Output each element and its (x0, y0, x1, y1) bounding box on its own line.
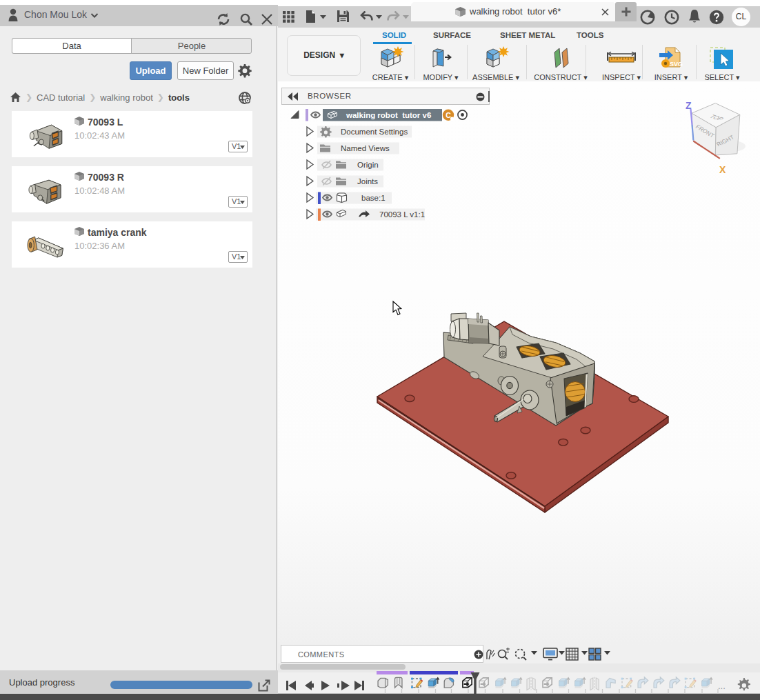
svg-text:Document Settings: Document Settings (341, 128, 408, 136)
svg-text:Named Views: Named Views (341, 144, 390, 152)
svg-text:70093 L v1:1: 70093 L v1:1 (379, 210, 425, 219)
svg-text:base:1: base:1 (361, 194, 386, 202)
svg-text:C: C (446, 111, 451, 119)
svg-text:X: X (719, 164, 726, 175)
svg-text:Origin: Origin (357, 161, 379, 169)
svg-text:Z: Z (686, 100, 692, 111)
svg-text:Joints: Joints (357, 177, 378, 186)
svg-text:SVG: SVG (670, 61, 683, 68)
svg-text:walking robot tutor v6: walking robot tutor v6 (346, 111, 431, 119)
